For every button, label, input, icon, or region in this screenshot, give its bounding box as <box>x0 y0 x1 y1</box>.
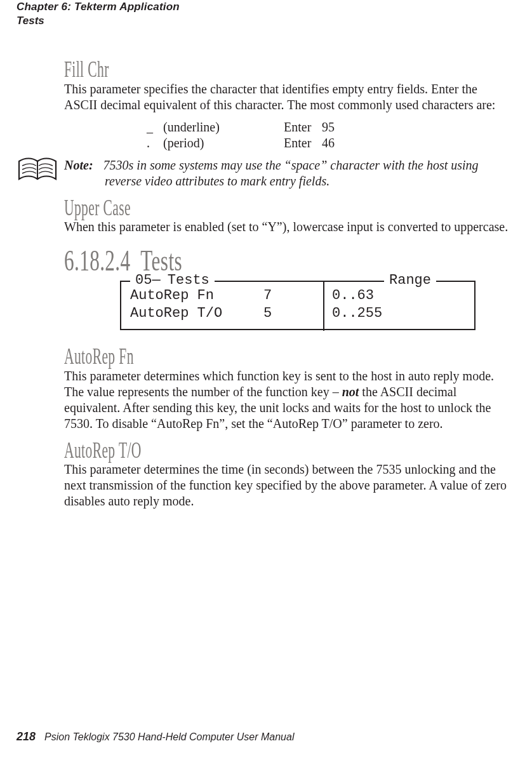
param-value: 7 <box>263 287 321 305</box>
char-symbol: _ <box>147 119 163 135</box>
para-autorep-fn: This parameter determines which function… <box>64 368 509 432</box>
heading-autorep-to: AutoRep T/O <box>64 438 390 462</box>
para-upper-case: When this parameter is enabled (set to “… <box>64 219 509 235</box>
char-value: 95 <box>322 119 347 135</box>
heading-fill-chr: Fill Chr <box>64 57 390 81</box>
tests-param-frame: 05— Tests Range AutoRep Fn 7 0..63 AutoR… <box>120 281 475 330</box>
char-description: (period) <box>163 135 284 151</box>
param-row: AutoRep T/O 5 0..255 <box>130 305 465 323</box>
param-range: 0..255 <box>321 305 408 323</box>
tests-legend-suffix: Tests <box>159 272 209 288</box>
char-row: _ (underline) Enter 95 <box>147 119 516 135</box>
note-body-line2: reverse video attributes to mark entry f… <box>105 173 479 189</box>
char-symbol: . <box>147 135 163 151</box>
header-chapter: Chapter 6: Tekterm Application <box>17 0 180 14</box>
note-label: Note: <box>64 158 93 172</box>
heading-upper-case: Upper Case <box>64 196 390 220</box>
header-section: Tests <box>17 14 180 28</box>
char-enter-label: Enter <box>284 119 322 135</box>
note-block: Note:7530s in some systems may use the “… <box>17 157 516 189</box>
char-row: . (period) Enter 46 <box>147 135 516 151</box>
char-table: _ (underline) Enter 95 . (period) Enter … <box>64 119 516 151</box>
para-autorep-fn-bold: not <box>342 385 359 399</box>
tests-legend-left: 05— Tests <box>130 272 215 290</box>
param-value: 5 <box>263 305 321 323</box>
tests-legend-dash: — <box>152 272 159 288</box>
tests-legend-right: Range <box>384 272 436 290</box>
para-autorep-to: This parameter determines the time (in s… <box>64 462 509 509</box>
tests-param-box: 05— Tests Range AutoRep Fn 7 0..63 AutoR… <box>120 281 475 330</box>
char-enter-label: Enter <box>284 135 322 151</box>
page-footer: 218Psion Teklogix 7530 Hand-Held Compute… <box>17 730 294 743</box>
content-area: Fill Chr This parameter specifies the ch… <box>64 51 516 516</box>
param-name: AutoRep T/O <box>130 305 263 323</box>
char-description: (underline) <box>163 119 284 135</box>
para-fill-chr: This parameter specifies the character t… <box>64 81 509 113</box>
char-value: 46 <box>322 135 347 151</box>
page-number: 218 <box>17 730 36 743</box>
param-name: AutoRep Fn <box>130 287 263 305</box>
param-range: 0..63 <box>321 287 408 305</box>
book-icon <box>17 157 58 184</box>
note-body-line1: 7530s in some systems may use the “space… <box>103 158 479 172</box>
running-header: Chapter 6: Tekterm Application Tests <box>17 0 180 28</box>
heading-autorep-fn: AutoRep Fn <box>64 344 390 368</box>
footer-text: Psion Teklogix 7530 Hand-Held Computer U… <box>44 731 294 742</box>
note-text: Note:7530s in some systems may use the “… <box>64 157 479 189</box>
heading-tests: 6.18.2.4 Tests <box>64 245 416 277</box>
heading-tests-number: 6.18.2.4 <box>64 244 131 277</box>
tests-divider <box>323 281 324 331</box>
page: Chapter 6: Tekterm Application Tests Fil… <box>0 0 532 760</box>
param-row: AutoRep Fn 7 0..63 <box>130 287 465 305</box>
tests-legend-prefix: 05 <box>135 272 152 288</box>
